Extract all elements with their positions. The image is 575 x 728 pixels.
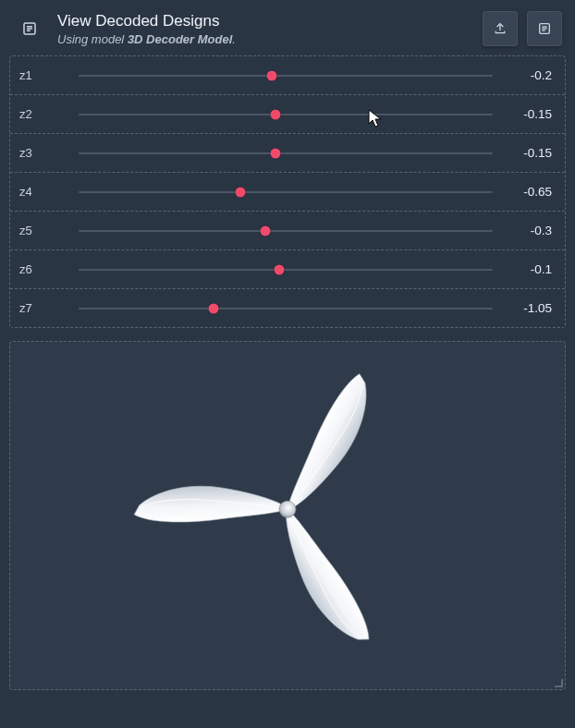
slider-track[interactable] <box>71 173 500 212</box>
slider-value: -1.05 <box>500 301 561 315</box>
slider-value: -0.15 <box>500 107 561 121</box>
card-header: View Decoded Designs Using model 3D Deco… <box>9 7 566 55</box>
slider-thumb[interactable] <box>267 70 277 80</box>
model-name: 3D Decoder Model <box>128 32 232 46</box>
sliders-panel: z1-0.2z2-0.15z3-0.15z4-0.65z5-0.3z6-0.1z… <box>9 55 566 328</box>
slider-value: -0.15 <box>500 146 561 160</box>
header-titles: View Decoded Designs Using model 3D Deco… <box>57 12 471 46</box>
slider-thumb[interactable] <box>274 264 284 274</box>
slider-row-z3: z3-0.15 <box>10 134 565 173</box>
slider-thumb[interactable] <box>236 187 246 197</box>
preview-viewport[interactable] <box>9 341 566 690</box>
slider-row-z7: z7-1.05 <box>10 289 565 328</box>
subtitle-prefix: Using model <box>57 32 128 46</box>
slider-label: z7 <box>19 301 71 315</box>
slider-value: -0.1 <box>500 262 561 276</box>
card-title: View Decoded Designs <box>57 12 471 30</box>
upload-icon <box>493 21 508 36</box>
card-type-icon <box>13 12 46 45</box>
subtitle-suffix: . <box>232 32 236 46</box>
slider-value: -0.3 <box>500 224 561 237</box>
resize-handle[interactable] <box>552 676 563 687</box>
slider-track[interactable] <box>71 134 500 173</box>
propeller-render <box>130 352 445 666</box>
app-root: View Decoded Designs Using model 3D Deco… <box>0 0 575 699</box>
slider-value: -0.65 <box>500 185 561 199</box>
upload-button[interactable] <box>483 11 518 46</box>
slider-track[interactable] <box>71 212 500 250</box>
slider-label: z6 <box>19 262 71 276</box>
slider-row-z6: z6-0.1 <box>10 250 565 289</box>
notes-icon <box>537 21 552 36</box>
slider-label: z2 <box>19 107 71 121</box>
slider-thumb[interactable] <box>270 148 280 158</box>
slider-value: -0.2 <box>500 68 561 82</box>
slider-row-z5: z5-0.3 <box>10 212 565 250</box>
slider-row-z1: z1-0.2 <box>10 56 565 95</box>
slider-thumb[interactable] <box>260 225 270 236</box>
header-actions <box>483 11 562 46</box>
slider-label: z3 <box>19 146 71 160</box>
slider-track[interactable] <box>71 95 500 134</box>
slider-label: z5 <box>19 224 71 237</box>
card-subtitle: Using model 3D Decoder Model. <box>57 32 471 46</box>
slider-label: z4 <box>19 185 71 199</box>
notes-button[interactable] <box>527 11 562 46</box>
slider-label: z1 <box>19 68 71 82</box>
slider-track[interactable] <box>71 289 500 328</box>
slider-row-z2: z2-0.15 <box>10 95 565 134</box>
slider-track[interactable] <box>71 56 500 95</box>
slider-track[interactable] <box>71 250 500 289</box>
slider-row-z4: z4-0.65 <box>10 173 565 212</box>
slider-thumb[interactable] <box>208 303 218 313</box>
slider-thumb[interactable] <box>270 109 280 119</box>
